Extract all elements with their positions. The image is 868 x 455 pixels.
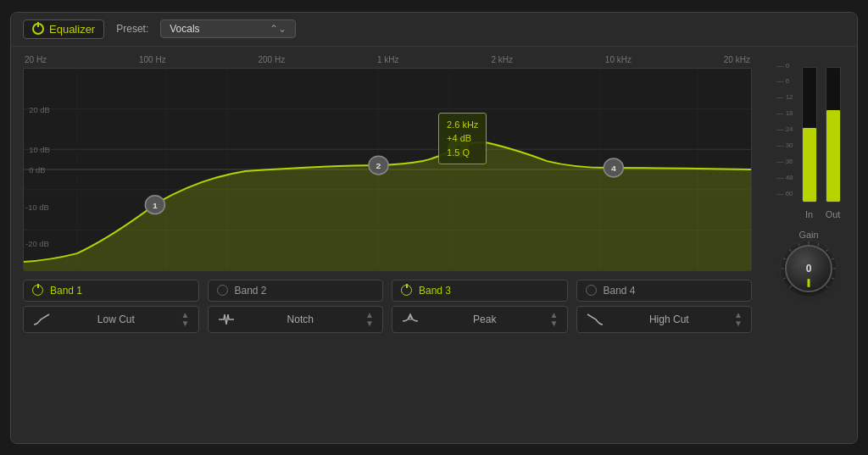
band1-control: Band 1 Low Cut ▲▼ [23,280,199,333]
svg-text:1: 1 [153,200,158,209]
gain-knob[interactable]: 0 [785,245,832,292]
scale-12: — 12 [776,93,793,101]
svg-text:10 dB: 10 dB [29,146,50,154]
notch-icon [217,313,236,326]
bands-row: Band 1 Low Cut ▲▼ [23,280,752,333]
freq-label-20khz: 20 kHz [724,55,750,64]
freq-label-20hz: 20 Hz [25,55,47,64]
band3-control: Band 3 Peak ▲▼ [392,280,568,333]
band3-type-chevrons[interactable]: ▲▼ [550,311,559,328]
tooltip-q: 1.5 Q [447,146,478,160]
preset-select[interactable]: Vocals ⌃⌄ [160,19,296,38]
scale-30: — 30 [776,141,793,149]
scale-6: — 6 [776,77,793,85]
in-meter-label: In [805,209,813,219]
svg-text:2: 2 [376,161,381,170]
scale-36: — 36 [776,158,793,165]
scale-48: — 48 [776,174,793,181]
svg-text:-10 dB: -10 dB [25,203,49,211]
band3-type-row[interactable]: Peak ▲▼ [392,306,568,333]
tooltip-freq: 2.6 kHz [447,118,478,132]
app-container: Equalizer Preset: Vocals ⌃⌄ 20 Hz 100 Hz… [10,12,858,444]
band1-type-label: Low Cut [51,314,181,325]
band3-name: Band 3 [419,285,451,297]
freq-label-2khz: 2 kHz [491,55,513,64]
out-meter-track [826,67,841,203]
band2-type-chevrons[interactable]: ▲▼ [365,311,374,328]
out-meter-label: Out [826,209,841,219]
band2-control: Band 2 Notch ▲▼ [208,280,384,333]
in-meter-track [802,67,817,203]
svg-text:4: 4 [611,164,616,173]
main-area: 20 Hz 100 Hz 200 Hz 1 kHz 2 kHz 10 kHz 2… [11,47,857,443]
band1-type-row[interactable]: Low Cut ▲▼ [23,306,199,333]
knob-indicator [808,279,810,287]
eq-section: 20 Hz 100 Hz 200 Hz 1 kHz 2 kHz 10 kHz 2… [11,47,764,443]
band4-name: Band 4 [604,285,636,297]
preset-value: Vocals [170,23,199,35]
svg-line-28 [783,277,786,278]
out-meter-fill [826,110,840,201]
band4-control: Band 4 High Cut ▲▼ [576,280,753,333]
in-meter-col: In [802,67,817,219]
meter-section: — 0 — 6 — 12 — 18 — 24 — 30 — 36 — 48 — … [764,47,857,443]
gain-value: 0 [806,263,812,275]
out-meter-col: Out [826,67,841,219]
band1-power-button[interactable] [32,285,43,296]
svg-line-30 [783,258,786,259]
plugin-label: Equalizer [49,23,95,36]
band4-power-button[interactable] [586,285,597,296]
freq-label-10khz: 10 kHz [605,55,632,64]
band2-type-label: Notch [236,314,366,325]
scale-24: — 24 [776,125,793,133]
band3-header: Band 3 [392,280,568,302]
band2-header: Band 2 [208,280,384,302]
eq-canvas[interactable]: 20 dB 10 dB 0 dB -10 dB -20 dB 1 2 3 [23,68,752,271]
freq-label-100hz: 100 Hz [139,55,166,64]
plugin-badge: Equalizer [23,19,104,39]
svg-text:0 dB: 0 dB [29,166,45,175]
svg-line-31 [789,249,791,251]
eq-svg: 20 dB 10 dB 0 dB -10 dB -20 dB 1 2 3 [24,69,751,270]
svg-text:-20 dB: -20 dB [25,240,49,248]
scale-60: — 60 [776,190,793,197]
peak-icon [401,313,420,326]
knob-body[interactable]: 0 [785,245,832,292]
freq-label-1khz: 1 kHz [377,55,399,64]
highcut-icon [586,313,604,326]
lowcut-icon [32,313,51,326]
scale-18: — 18 [776,109,793,117]
band2-power-button[interactable] [217,285,228,296]
gain-section: Gain [785,230,832,292]
svg-line-35 [826,249,828,251]
preset-label: Preset: [116,23,148,35]
top-bar: Equalizer Preset: Vocals ⌃⌄ [11,13,857,47]
band4-header: Band 4 [576,280,753,302]
in-meter-fill [803,128,816,202]
band3-power-button[interactable] [401,285,412,296]
band4-type-label: High Cut [604,314,735,325]
svg-line-36 [832,258,834,259]
band3-type-label: Peak [420,314,550,325]
band1-header: Band 1 [23,280,199,302]
band4-type-row[interactable]: High Cut ▲▼ [576,306,753,333]
svg-line-34 [818,243,819,246]
band1-name: Band 1 [50,285,82,297]
band4-type-chevrons[interactable]: ▲▼ [734,311,743,328]
band3-tooltip: 2.6 kHz +4 dB 1.5 Q [438,113,487,165]
svg-line-32 [798,243,799,246]
band2-name: Band 2 [235,285,267,297]
svg-line-39 [826,285,828,287]
preset-chevron-icon: ⌃⌄ [270,23,287,35]
meters-wrap: — 0 — 6 — 12 — 18 — 24 — 30 — 36 — 48 — … [776,58,840,219]
svg-line-38 [832,277,834,278]
tooltip-gain: +4 dB [447,131,478,146]
scale-0: — 0 [776,62,793,69]
plugin-power-icon[interactable] [32,23,44,35]
freq-labels-row: 20 Hz 100 Hz 200 Hz 1 kHz 2 kHz 10 kHz 2… [23,55,752,64]
band1-type-chevrons[interactable]: ▲▼ [181,311,190,328]
band2-type-row[interactable]: Notch ▲▼ [208,306,384,333]
freq-label-200hz: 200 Hz [259,55,286,64]
meter-scale: — 0 — 6 — 12 — 18 — 24 — 30 — 36 — 48 — … [776,62,793,197]
svg-text:20 dB: 20 dB [29,105,50,114]
